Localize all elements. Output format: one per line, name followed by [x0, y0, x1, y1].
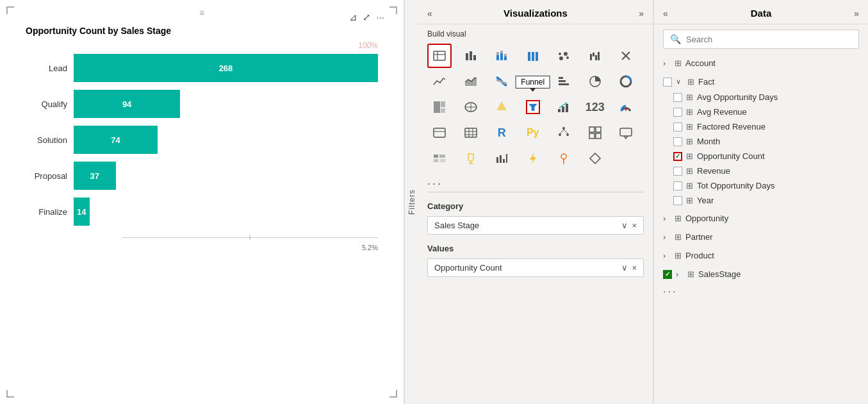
data-item-avg-opp-days[interactable]: ⊞ Avg Opportunity Days [654, 90, 868, 105]
viz-icon-table2[interactable] [459, 121, 483, 145]
viz-icon-x[interactable] [614, 44, 638, 68]
search-input[interactable] [686, 35, 852, 44]
group-label-partner: Partner [685, 232, 713, 242]
chevron-down-icon[interactable]: ∨ [621, 221, 628, 230]
group-icon-opportunity: ⊞ [675, 214, 682, 223]
collapse-data-left-icon[interactable]: « [663, 8, 668, 19]
bar-fill[interactable]: 268 [74, 54, 378, 82]
item-checkbox-avg-opp-days[interactable] [673, 93, 682, 102]
group-header-partner[interactable]: › ⊞ Partner [654, 229, 868, 245]
item-checkbox-tot-opportunity-days[interactable] [673, 181, 682, 190]
chevron-down-icon2[interactable]: ∨ [621, 263, 628, 273]
resize-handle-tl[interactable] [6, 6, 14, 14]
viz-icon-bar[interactable] [459, 44, 483, 68]
group-header-salesstage[interactable]: ✓ › ⊞ SalesStage [654, 266, 868, 282]
data-item-year[interactable]: ⊞ Year [654, 193, 868, 208]
expand-arrow-salesstage[interactable]: › [676, 269, 684, 279]
group-icon-fact: ⊞ [687, 77, 694, 87]
viz-icon-lightning[interactable] [521, 146, 545, 171]
resize-handle-br[interactable] [389, 390, 397, 398]
data-item-tot-opportunity-days[interactable]: ⊞ Tot Opportunity Days [654, 178, 868, 193]
viz-icon-diamond[interactable] [583, 146, 607, 171]
viz-icon-decomp[interactable] [552, 121, 576, 145]
viz-icon-Py[interactable]: Py [521, 121, 545, 145]
viz-icon-pin-map[interactable] [552, 146, 576, 171]
more-icon[interactable]: ··· [376, 12, 384, 23]
viz-icon-shape-map[interactable] [489, 95, 514, 119]
svg-rect-44 [566, 104, 568, 112]
viz-icon-donut[interactable] [614, 69, 638, 94]
drag-handle[interactable]: ≡ [199, 8, 204, 18]
viz-icon-treemap[interactable] [427, 95, 452, 119]
item-checkbox-month[interactable] [673, 137, 682, 146]
expand-arrow-product[interactable]: › [663, 251, 671, 260]
viz-icon-ribbon[interactable] [489, 69, 514, 94]
close-icon[interactable]: × [632, 221, 637, 230]
expand-icon[interactable]: ⤢ [363, 12, 371, 23]
viz-icon-pie[interactable] [583, 69, 607, 94]
item-checkbox-revenue[interactable] [673, 167, 682, 176]
bar-fill[interactable]: 94 [74, 90, 180, 118]
viz-icon-color[interactable] [521, 69, 545, 94]
group-header-fact[interactable]: ∨ ⊞ Fact [654, 74, 868, 90]
expand-arrow-partner[interactable]: › [663, 232, 671, 242]
viz-icon-100-bar[interactable] [521, 44, 545, 68]
viz-icons-grid: Funnel 123 R [418, 41, 653, 173]
item-checkbox-avg-revenue[interactable] [673, 108, 682, 117]
viz-icon-scatter[interactable] [552, 44, 576, 68]
viz-icon-trophy[interactable] [459, 146, 483, 171]
values-dropdown[interactable]: Opportunity Count ∨ × [427, 258, 644, 277]
item-checkbox-opportunity-count[interactable]: ✓ [673, 152, 682, 161]
viz-icon-grid2[interactable] [583, 121, 607, 145]
data-more-btn[interactable]: ··· [654, 283, 868, 300]
viz-icon-R[interactable]: R [489, 121, 514, 145]
expand-arrow-opportunity[interactable]: › [663, 214, 671, 223]
viz-icon-card[interactable] [427, 121, 452, 145]
chart-axis [26, 232, 378, 242]
data-item-month[interactable]: ⊞ Month [654, 134, 868, 149]
category-dropdown[interactable]: Sales Stage ∨ × [427, 216, 644, 235]
expand-data-right-icon[interactable]: » [854, 8, 859, 19]
viz-icon-kpi[interactable] [552, 95, 576, 119]
group-header-opportunity[interactable]: › ⊞ Opportunity [654, 210, 868, 226]
data-item-revenue[interactable]: ⊞ Revenue [654, 164, 868, 178]
viz-more[interactable]: ... [418, 173, 653, 189]
viz-icon-gauge[interactable] [614, 95, 638, 119]
viz-icon-table3[interactable] [427, 146, 452, 171]
group-checkbox[interactable] [663, 78, 672, 87]
viz-icon-comment[interactable] [614, 121, 638, 145]
filter-icon[interactable]: ⊿ [349, 12, 357, 23]
viz-arrows-right: » [639, 8, 644, 19]
search-box[interactable]: 🔍 [663, 29, 859, 49]
resize-handle-tr[interactable] [389, 6, 397, 14]
item-checkbox-factored-revenue[interactable] [673, 122, 682, 131]
viz-icon-stacked-bar[interactable] [489, 44, 514, 68]
expand-arrow-fact[interactable]: ∨ [676, 78, 684, 86]
group-checkbox[interactable]: ✓ [663, 270, 672, 279]
close-icon2[interactable]: × [632, 263, 637, 273]
collapse-left-icon[interactable]: « [427, 8, 432, 19]
viz-icon-bar2[interactable] [552, 69, 576, 94]
group-header-product[interactable]: › ⊞ Product [654, 248, 868, 264]
svg-point-54 [559, 133, 561, 136]
viz-icon-number[interactable]: 123 [583, 95, 607, 119]
viz-icon-table[interactable] [427, 44, 452, 68]
expand-right-icon[interactable]: » [639, 8, 644, 19]
viz-icon-area[interactable] [459, 69, 483, 94]
data-item-avg-revenue[interactable]: ⊞ Avg Revenue [654, 105, 868, 119]
bar-fill[interactable]: 14 [74, 198, 90, 226]
group-header-account[interactable]: › ⊞ Account [654, 55, 868, 71]
bar-fill[interactable]: 74 [74, 126, 158, 154]
resize-handle-bl[interactable] [6, 390, 14, 398]
viz-icon-funnel[interactable]: Funnel [521, 95, 545, 119]
viz-icon-small-bar[interactable] [489, 146, 514, 171]
viz-icon-waterfall[interactable] [583, 44, 607, 68]
expand-arrow-account[interactable]: › [663, 58, 671, 68]
data-item-factored-revenue[interactable]: ⊞ Factored Revenue [654, 119, 868, 134]
item-checkbox-year[interactable] [673, 196, 682, 205]
data-item-opportunity-count[interactable]: ✓ ⊞ Opportunity Count [654, 149, 868, 164]
bar-fill[interactable]: 37 [74, 162, 116, 190]
viz-icon-map[interactable] [459, 95, 483, 119]
viz-icon-line[interactable] [427, 69, 452, 94]
svg-rect-66 [439, 159, 445, 162]
